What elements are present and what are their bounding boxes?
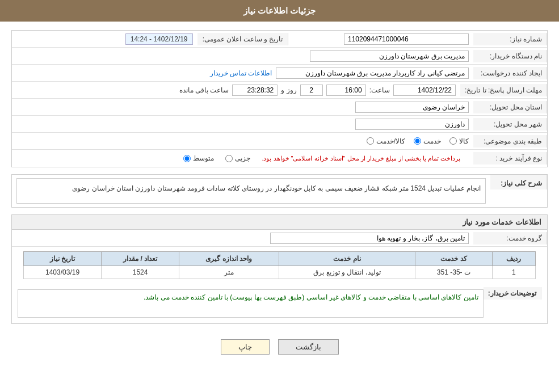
buttons-row: بازگشت چاپ <box>11 331 548 363</box>
need-number-value <box>288 31 474 47</box>
cell-row: 1 <box>492 266 535 279</box>
need-number-label: شماره نیاز: <box>473 33 547 45</box>
services-section: اطلاعات خدمات مورد نیاز گروه خدمت: ردیف … <box>11 214 548 324</box>
service-group-input[interactable] <box>270 233 469 244</box>
category-khedmat[interactable]: خدمت <box>414 137 441 145</box>
table-row: 1ت -35- 351تولید، انتقال و توزیع برقمتر1… <box>24 266 536 279</box>
cell-date: 1403/03/19 <box>24 266 102 279</box>
created-by-input[interactable] <box>276 68 469 79</box>
buyer-org-value <box>12 48 473 64</box>
created-by-value: اطلاعات تماس خریدار <box>12 65 473 81</box>
deadline-time-label: ساعت: <box>369 86 390 94</box>
deadline-row: مهلت ارسال پاسخ: تا تاریخ: ساعت: روز و س… <box>12 82 547 99</box>
buyer-org-input[interactable] <box>310 50 469 62</box>
category-kala[interactable]: کالا <box>449 137 469 145</box>
buyer-org-row: نام دستگاه خریدار: <box>12 48 547 65</box>
category-radio-group: کالا/خدمت خدمت کالا <box>367 137 469 145</box>
need-number-row: شماره نیاز: تاریخ و ساعت اعلان عمومی: 14… <box>12 31 547 48</box>
process-type-value: متوسط جزیی پرداخت تمام یا بخشی از مبلغ خ… <box>12 152 473 165</box>
cell-name: تولید، انتقال و توزیع برق <box>279 266 415 279</box>
remaining-days-input[interactable] <box>300 85 323 96</box>
description-value: انجام عملیات تبدیل 1524 متر شبکه فشار ضع… <box>16 178 486 204</box>
province-row: استان محل تحویل: <box>12 99 547 116</box>
remaining-days-label: روز و <box>281 86 296 94</box>
service-group-row: گروه خدمت: <box>12 230 547 247</box>
print-button[interactable]: چاپ <box>221 339 270 355</box>
services-table-section: ردیف کد خدمت نام خدمت واحد اندازه گیری ت… <box>18 247 541 284</box>
process-type-label: نوع فرآیند خرید : <box>473 152 547 165</box>
process-jozei[interactable]: جزیی <box>225 154 250 162</box>
category-value: کالا/خدمت خدمت کالا <box>12 135 473 147</box>
province-value <box>12 99 473 115</box>
deadline-time-input[interactable] <box>326 85 366 96</box>
deadline-label: مهلت ارسال پاسخ: تا تاریخ: <box>460 84 547 96</box>
cell-qty: 1524 <box>102 266 179 279</box>
province-label: استان محل تحویل: <box>473 101 547 113</box>
buyer-org-label: نام دستگاه خریدار: <box>473 50 547 62</box>
category-kala-khedmat[interactable]: کالا/خدمت <box>367 137 405 145</box>
buyer-notes-row: توضیحات خریدار: تامین کالاهای اساسی با م… <box>12 284 547 323</box>
created-by-label: ایجاد کننده درخواست: <box>473 67 547 79</box>
process-note: پرداخت تمام یا بخشی از مبلغ خریدار از مح… <box>262 155 460 162</box>
remaining-time-label: ساعت باقی مانده <box>179 86 229 94</box>
province-input[interactable] <box>355 102 469 113</box>
page-header: جزئیات اطلاعات نیاز <box>0 0 559 22</box>
remaining-time-input[interactable] <box>232 85 278 96</box>
process-motavaset[interactable]: متوسط <box>183 154 214 162</box>
col-row: ردیف <box>492 252 535 266</box>
cell-code: ت -35- 351 <box>415 266 492 279</box>
buyer-notes-value: تامین کالاهای اساسی با متقاضی خدمت و کال… <box>18 289 484 318</box>
deadline-date-input[interactable] <box>393 85 456 96</box>
col-name: نام خدمت <box>279 252 415 266</box>
description-section-title: شرح کلی نیاز: <box>490 175 547 189</box>
col-date: تاریخ نیاز <box>24 252 102 266</box>
category-row: طبقه بندی موضوعی: کالا/خدمت خدمت کالا <box>12 133 547 150</box>
services-section-title: اطلاعات خدمات مورد نیاز <box>12 215 547 230</box>
buyer-notes-label: توضیحات خریدار: <box>484 287 541 300</box>
services-table: ردیف کد خدمت نام خدمت واحد اندازه گیری ت… <box>23 251 536 279</box>
service-group-label: گروه خدمت: <box>473 232 547 245</box>
process-type-row: نوع فرآیند خرید : متوسط جزیی پرداخت تمام… <box>12 150 547 167</box>
col-qty: تعداد / مقدار <box>102 252 179 266</box>
page-title: جزئیات اطلاعات نیاز <box>243 6 316 15</box>
announce-date-value: 1402/12/19 - 14:24 <box>12 31 197 47</box>
col-code: کد خدمت <box>415 252 492 266</box>
created-by-row: ایجاد کننده درخواست: اطلاعات تماس خریدار <box>12 65 547 82</box>
service-group-value <box>12 230 473 246</box>
city-row: شهر محل تحویل: <box>12 116 547 133</box>
category-label: طبقه بندی موضوعی: <box>473 135 547 147</box>
city-value <box>12 116 473 132</box>
city-label: شهر محل تحویل: <box>473 118 547 130</box>
contact-link[interactable]: اطلاعات تماس خریدار <box>210 69 272 77</box>
need-number-input[interactable] <box>344 33 469 45</box>
back-button[interactable]: بازگشت <box>278 339 339 355</box>
cell-unit: متر <box>179 266 279 279</box>
city-input[interactable] <box>355 119 469 130</box>
deadline-value: ساعت: روز و ساعت باقی مانده <box>12 82 460 98</box>
description-section: شرح کلی نیاز: انجام عملیات تبدیل 1524 مت… <box>11 174 548 208</box>
col-unit: واحد اندازه گیری <box>179 252 279 266</box>
announce-date-display: 1402/12/19 - 14:24 <box>125 33 193 45</box>
announce-date-label: تاریخ و ساعت اعلان عمومی: <box>197 33 288 45</box>
main-form: شماره نیاز: تاریخ و ساعت اعلان عمومی: 14… <box>11 30 548 167</box>
